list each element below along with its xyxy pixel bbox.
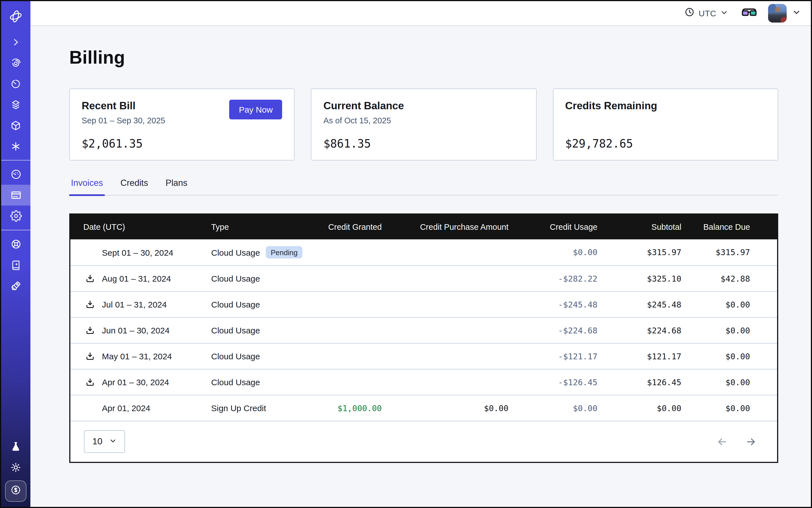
balance-due: $315.97 bbox=[688, 248, 777, 257]
credit-usage: $0.00 bbox=[515, 404, 604, 413]
flask-icon bbox=[10, 441, 22, 452]
dollar-badge-icon bbox=[9, 484, 22, 499]
balance-due: $0.00 bbox=[688, 352, 777, 361]
credit-usage: $0.00 bbox=[515, 248, 604, 257]
sidebar-item-launch[interactable] bbox=[1, 276, 31, 296]
table-row: May 01 – 31, 2024Cloud Usage-$121.17$121… bbox=[71, 343, 777, 369]
tab-invoices[interactable]: Invoices bbox=[69, 178, 105, 195]
credit-card-icon bbox=[10, 189, 22, 201]
column-header: Balance Due bbox=[688, 222, 777, 231]
page-size-value: 10 bbox=[92, 436, 102, 447]
card-amount: $2,061.35 bbox=[82, 137, 283, 151]
sidebar-item-support[interactable] bbox=[1, 234, 31, 255]
download-invoice-button[interactable] bbox=[85, 273, 95, 284]
sidebar-item-settings[interactable] bbox=[1, 206, 31, 226]
sidebar-item-timer[interactable] bbox=[1, 73, 31, 94]
table-row: Apr 01, 2024Sign Up Credit$1,000.00$0.00… bbox=[71, 395, 777, 421]
table-body: Sept 01 – 30, 2024Cloud UsagePending$0.0… bbox=[71, 239, 777, 421]
gauge-icon bbox=[10, 168, 22, 180]
table-row: Jul 01 – 31, 2024Cloud Usage-$245.48$245… bbox=[71, 291, 777, 317]
clock-icon bbox=[684, 7, 695, 20]
sidebar-expand[interactable] bbox=[1, 32, 31, 52]
sidebar bbox=[1, 1, 31, 507]
user-menu-button[interactable] bbox=[792, 8, 801, 18]
topbar: UTC bbox=[31, 1, 811, 26]
sidebar-divider bbox=[1, 230, 31, 230]
invoice-date: Sept 01 – 30, 2024 bbox=[102, 248, 173, 257]
subtotal: $126.45 bbox=[604, 378, 688, 387]
orbit-logo-icon bbox=[8, 9, 23, 24]
download-invoice-button[interactable] bbox=[85, 351, 95, 361]
table-footer: 10 bbox=[71, 421, 777, 462]
asterisk-icon bbox=[10, 140, 22, 152]
download-invoice-button[interactable] bbox=[85, 377, 95, 387]
download-spacer bbox=[85, 247, 95, 257]
theme-toggle[interactable] bbox=[10, 457, 22, 477]
billing-tabs: InvoicesCreditsPlans bbox=[69, 178, 778, 196]
user-avatar[interactable] bbox=[768, 4, 787, 23]
gear-icon bbox=[10, 210, 22, 222]
sidebar-bottom-group bbox=[1, 436, 31, 507]
invoice-date: Aug 01 – 31, 2024 bbox=[102, 274, 171, 283]
sidebar-item-billing[interactable] bbox=[1, 185, 31, 206]
glasses-icon bbox=[741, 7, 757, 19]
timezone-label: UTC bbox=[698, 8, 716, 18]
earn-credits-button[interactable] bbox=[5, 480, 27, 502]
balance-due: $0.00 bbox=[688, 378, 777, 387]
table-row: Jun 01 – 30, 2024Cloud Usage-$224.68$224… bbox=[71, 317, 777, 343]
main-content: Billing Recent BillSep 01 – Sep 30, 2025… bbox=[31, 26, 811, 507]
table-row: Sept 01 – 30, 2024Cloud UsagePending$0.0… bbox=[71, 239, 777, 265]
credit-usage: -$121.17 bbox=[515, 352, 604, 361]
balance-due: $0.00 bbox=[688, 300, 777, 309]
summary-card: Current BalanceAs of Oct 15, 2025$861.35 bbox=[311, 88, 537, 161]
tab-credits[interactable]: Credits bbox=[119, 178, 150, 195]
credit-usage: -$126.45 bbox=[515, 378, 604, 387]
app-logo[interactable] bbox=[1, 1, 31, 32]
sidebar-item-layers[interactable] bbox=[1, 94, 31, 115]
page-title: Billing bbox=[69, 47, 778, 68]
card-amount: $861.35 bbox=[324, 137, 524, 151]
ship-wheel-icon bbox=[10, 238, 22, 250]
sidebar-item-resources[interactable] bbox=[1, 115, 31, 136]
chevron-down-icon bbox=[720, 8, 728, 18]
credit-usage: -$282.22 bbox=[515, 274, 604, 283]
invoice-type: Cloud Usage bbox=[211, 274, 260, 283]
download-invoice-button[interactable] bbox=[85, 325, 95, 335]
tab-plans[interactable]: Plans bbox=[164, 178, 189, 195]
sidebar-item-docs[interactable] bbox=[1, 255, 31, 276]
invoice-date: Jul 01 – 31, 2024 bbox=[102, 300, 167, 309]
chevron-down-icon bbox=[109, 436, 117, 447]
card-title: Credits Remaining bbox=[565, 100, 766, 112]
pay-now-button[interactable]: Pay Now bbox=[229, 100, 283, 119]
column-header: Type bbox=[211, 222, 307, 231]
page-size-select[interactable]: 10 bbox=[84, 430, 125, 453]
rocket-icon bbox=[10, 280, 22, 292]
invoice-date: Jun 01 – 30, 2024 bbox=[102, 326, 170, 335]
download-invoice-button[interactable] bbox=[85, 299, 95, 309]
sidebar-item-integrations[interactable] bbox=[1, 136, 31, 157]
reader-mode-button[interactable] bbox=[741, 7, 757, 19]
next-page-button[interactable] bbox=[745, 436, 757, 448]
sidebar-item-traces[interactable] bbox=[1, 52, 31, 73]
invoice-type: Cloud Usage bbox=[211, 351, 260, 361]
balance-due: $42.88 bbox=[688, 274, 777, 283]
table-row: Apr 01 – 30, 2024Cloud Usage-$126.45$126… bbox=[71, 369, 777, 395]
invoice-type: Cloud Usage bbox=[211, 326, 260, 335]
subtotal: $224.68 bbox=[604, 326, 688, 335]
balance-due: $0.00 bbox=[688, 326, 777, 335]
sidebar-item-usage[interactable] bbox=[1, 164, 31, 185]
layers-icon bbox=[10, 99, 22, 110]
card-subtitle bbox=[565, 116, 766, 126]
invoice-date: Apr 01 – 30, 2024 bbox=[102, 377, 169, 387]
sidebar-item-labs[interactable] bbox=[10, 436, 22, 457]
subtotal: $121.17 bbox=[604, 352, 688, 361]
subtotal: $315.97 bbox=[604, 248, 688, 257]
subtotal: $325.10 bbox=[604, 274, 688, 283]
table-header-row: Date (UTC)TypeCredit GrantedCredit Purch… bbox=[71, 215, 777, 239]
sidebar-divider bbox=[1, 160, 31, 161]
table-row: Aug 01 – 31, 2024Cloud Usage-$282.22$325… bbox=[71, 265, 777, 291]
book-sparkle-icon bbox=[10, 259, 22, 270]
column-header: Date (UTC) bbox=[71, 222, 211, 231]
prev-page-button[interactable] bbox=[716, 436, 728, 448]
timezone-selector[interactable]: UTC bbox=[684, 7, 728, 20]
